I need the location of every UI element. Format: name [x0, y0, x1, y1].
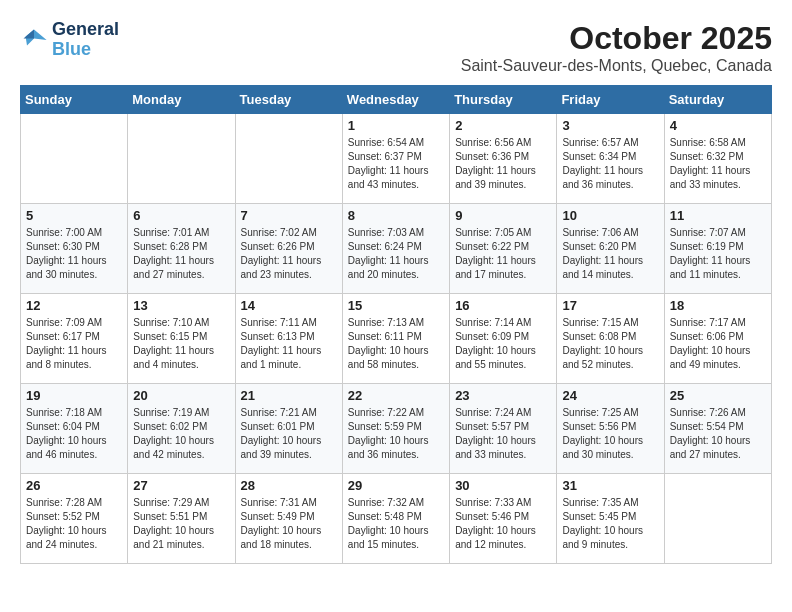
cell-info-text: Sunrise: 7:26 AM Sunset: 5:54 PM Dayligh…	[670, 406, 766, 462]
calendar-week-2: 5Sunrise: 7:00 AM Sunset: 6:30 PM Daylig…	[21, 204, 772, 294]
title-area: October 2025 Saint-Sauveur-des-Monts, Qu…	[461, 20, 772, 75]
cell-day-number: 8	[348, 208, 444, 223]
cell-day-number: 29	[348, 478, 444, 493]
cell-info-text: Sunrise: 7:02 AM Sunset: 6:26 PM Dayligh…	[241, 226, 337, 282]
cell-info-text: Sunrise: 6:54 AM Sunset: 6:37 PM Dayligh…	[348, 136, 444, 192]
cell-info-text: Sunrise: 7:29 AM Sunset: 5:51 PM Dayligh…	[133, 496, 229, 552]
calendar-cell	[235, 114, 342, 204]
page-header: GeneralBlue October 2025 Saint-Sauveur-d…	[20, 20, 772, 75]
cell-day-number: 25	[670, 388, 766, 403]
month-title: October 2025	[461, 20, 772, 57]
logo-bird-icon	[20, 26, 48, 54]
calendar-cell: 30Sunrise: 7:33 AM Sunset: 5:46 PM Dayli…	[450, 474, 557, 564]
cell-info-text: Sunrise: 7:19 AM Sunset: 6:02 PM Dayligh…	[133, 406, 229, 462]
cell-info-text: Sunrise: 7:33 AM Sunset: 5:46 PM Dayligh…	[455, 496, 551, 552]
cell-info-text: Sunrise: 7:21 AM Sunset: 6:01 PM Dayligh…	[241, 406, 337, 462]
calendar-cell: 15Sunrise: 7:13 AM Sunset: 6:11 PM Dayli…	[342, 294, 449, 384]
calendar-cell: 17Sunrise: 7:15 AM Sunset: 6:08 PM Dayli…	[557, 294, 664, 384]
calendar-cell: 3Sunrise: 6:57 AM Sunset: 6:34 PM Daylig…	[557, 114, 664, 204]
calendar-cell: 14Sunrise: 7:11 AM Sunset: 6:13 PM Dayli…	[235, 294, 342, 384]
calendar-cell: 7Sunrise: 7:02 AM Sunset: 6:26 PM Daylig…	[235, 204, 342, 294]
cell-info-text: Sunrise: 7:15 AM Sunset: 6:08 PM Dayligh…	[562, 316, 658, 372]
calendar-cell: 11Sunrise: 7:07 AM Sunset: 6:19 PM Dayli…	[664, 204, 771, 294]
cell-day-number: 18	[670, 298, 766, 313]
calendar-cell	[664, 474, 771, 564]
logo-text: GeneralBlue	[52, 20, 119, 60]
cell-info-text: Sunrise: 7:10 AM Sunset: 6:15 PM Dayligh…	[133, 316, 229, 372]
day-header-thursday: Thursday	[450, 86, 557, 114]
calendar-cell	[21, 114, 128, 204]
cell-day-number: 23	[455, 388, 551, 403]
calendar-cell: 5Sunrise: 7:00 AM Sunset: 6:30 PM Daylig…	[21, 204, 128, 294]
calendar-week-3: 12Sunrise: 7:09 AM Sunset: 6:17 PM Dayli…	[21, 294, 772, 384]
cell-info-text: Sunrise: 7:18 AM Sunset: 6:04 PM Dayligh…	[26, 406, 122, 462]
calendar-week-5: 26Sunrise: 7:28 AM Sunset: 5:52 PM Dayli…	[21, 474, 772, 564]
cell-info-text: Sunrise: 7:11 AM Sunset: 6:13 PM Dayligh…	[241, 316, 337, 372]
cell-day-number: 21	[241, 388, 337, 403]
cell-day-number: 17	[562, 298, 658, 313]
day-header-friday: Friday	[557, 86, 664, 114]
calendar-cell: 18Sunrise: 7:17 AM Sunset: 6:06 PM Dayli…	[664, 294, 771, 384]
calendar-body: 1Sunrise: 6:54 AM Sunset: 6:37 PM Daylig…	[21, 114, 772, 564]
calendar-cell: 16Sunrise: 7:14 AM Sunset: 6:09 PM Dayli…	[450, 294, 557, 384]
cell-info-text: Sunrise: 7:05 AM Sunset: 6:22 PM Dayligh…	[455, 226, 551, 282]
cell-info-text: Sunrise: 7:06 AM Sunset: 6:20 PM Dayligh…	[562, 226, 658, 282]
calendar-cell: 21Sunrise: 7:21 AM Sunset: 6:01 PM Dayli…	[235, 384, 342, 474]
cell-day-number: 2	[455, 118, 551, 133]
cell-info-text: Sunrise: 7:03 AM Sunset: 6:24 PM Dayligh…	[348, 226, 444, 282]
calendar-cell: 26Sunrise: 7:28 AM Sunset: 5:52 PM Dayli…	[21, 474, 128, 564]
calendar-cell: 8Sunrise: 7:03 AM Sunset: 6:24 PM Daylig…	[342, 204, 449, 294]
calendar-week-4: 19Sunrise: 7:18 AM Sunset: 6:04 PM Dayli…	[21, 384, 772, 474]
cell-day-number: 3	[562, 118, 658, 133]
calendar-cell: 2Sunrise: 6:56 AM Sunset: 6:36 PM Daylig…	[450, 114, 557, 204]
calendar-cell: 31Sunrise: 7:35 AM Sunset: 5:45 PM Dayli…	[557, 474, 664, 564]
cell-info-text: Sunrise: 7:13 AM Sunset: 6:11 PM Dayligh…	[348, 316, 444, 372]
cell-info-text: Sunrise: 7:22 AM Sunset: 5:59 PM Dayligh…	[348, 406, 444, 462]
calendar-cell	[128, 114, 235, 204]
cell-info-text: Sunrise: 7:00 AM Sunset: 6:30 PM Dayligh…	[26, 226, 122, 282]
cell-day-number: 12	[26, 298, 122, 313]
day-header-saturday: Saturday	[664, 86, 771, 114]
cell-day-number: 10	[562, 208, 658, 223]
cell-day-number: 4	[670, 118, 766, 133]
cell-info-text: Sunrise: 6:56 AM Sunset: 6:36 PM Dayligh…	[455, 136, 551, 192]
calendar-cell: 25Sunrise: 7:26 AM Sunset: 5:54 PM Dayli…	[664, 384, 771, 474]
cell-day-number: 11	[670, 208, 766, 223]
cell-info-text: Sunrise: 7:14 AM Sunset: 6:09 PM Dayligh…	[455, 316, 551, 372]
cell-day-number: 5	[26, 208, 122, 223]
calendar-cell: 9Sunrise: 7:05 AM Sunset: 6:22 PM Daylig…	[450, 204, 557, 294]
location-title: Saint-Sauveur-des-Monts, Quebec, Canada	[461, 57, 772, 75]
cell-day-number: 28	[241, 478, 337, 493]
day-header-monday: Monday	[128, 86, 235, 114]
cell-info-text: Sunrise: 6:58 AM Sunset: 6:32 PM Dayligh…	[670, 136, 766, 192]
cell-day-number: 31	[562, 478, 658, 493]
day-header-tuesday: Tuesday	[235, 86, 342, 114]
cell-day-number: 6	[133, 208, 229, 223]
cell-day-number: 30	[455, 478, 551, 493]
cell-info-text: Sunrise: 7:09 AM Sunset: 6:17 PM Dayligh…	[26, 316, 122, 372]
calendar-cell: 4Sunrise: 6:58 AM Sunset: 6:32 PM Daylig…	[664, 114, 771, 204]
calendar-week-1: 1Sunrise: 6:54 AM Sunset: 6:37 PM Daylig…	[21, 114, 772, 204]
cell-info-text: Sunrise: 7:07 AM Sunset: 6:19 PM Dayligh…	[670, 226, 766, 282]
calendar-cell: 6Sunrise: 7:01 AM Sunset: 6:28 PM Daylig…	[128, 204, 235, 294]
cell-day-number: 15	[348, 298, 444, 313]
logo: GeneralBlue	[20, 20, 119, 60]
cell-info-text: Sunrise: 7:32 AM Sunset: 5:48 PM Dayligh…	[348, 496, 444, 552]
calendar-header: SundayMondayTuesdayWednesdayThursdayFrid…	[21, 86, 772, 114]
cell-info-text: Sunrise: 6:57 AM Sunset: 6:34 PM Dayligh…	[562, 136, 658, 192]
cell-info-text: Sunrise: 7:25 AM Sunset: 5:56 PM Dayligh…	[562, 406, 658, 462]
calendar-table: SundayMondayTuesdayWednesdayThursdayFrid…	[20, 85, 772, 564]
cell-day-number: 14	[241, 298, 337, 313]
cell-info-text: Sunrise: 7:31 AM Sunset: 5:49 PM Dayligh…	[241, 496, 337, 552]
calendar-cell: 19Sunrise: 7:18 AM Sunset: 6:04 PM Dayli…	[21, 384, 128, 474]
cell-info-text: Sunrise: 7:28 AM Sunset: 5:52 PM Dayligh…	[26, 496, 122, 552]
calendar-cell: 22Sunrise: 7:22 AM Sunset: 5:59 PM Dayli…	[342, 384, 449, 474]
cell-day-number: 9	[455, 208, 551, 223]
cell-day-number: 22	[348, 388, 444, 403]
cell-day-number: 24	[562, 388, 658, 403]
cell-day-number: 16	[455, 298, 551, 313]
calendar-cell: 23Sunrise: 7:24 AM Sunset: 5:57 PM Dayli…	[450, 384, 557, 474]
calendar-cell: 13Sunrise: 7:10 AM Sunset: 6:15 PM Dayli…	[128, 294, 235, 384]
calendar-cell: 29Sunrise: 7:32 AM Sunset: 5:48 PM Dayli…	[342, 474, 449, 564]
cell-day-number: 26	[26, 478, 122, 493]
